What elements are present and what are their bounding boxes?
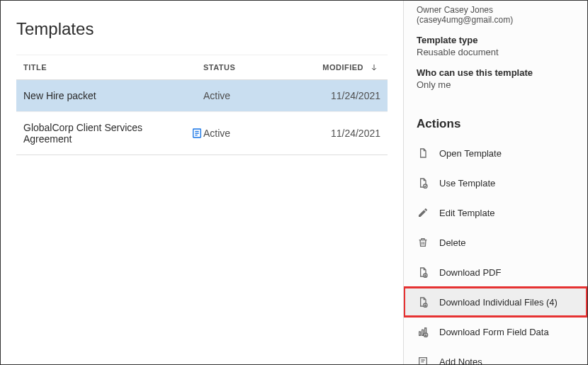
template-title: New Hire packet	[23, 90, 96, 101]
col-header-status[interactable]: STATUS	[203, 63, 303, 72]
action-delete[interactable]: Delete	[404, 228, 587, 257]
row-modified: 11/24/2021	[303, 90, 380, 101]
form-document-icon	[191, 127, 203, 140]
col-header-title[interactable]: TITLE	[23, 63, 203, 72]
action-use-template[interactable]: Use Template	[404, 168, 587, 198]
action-label: Delete	[439, 237, 466, 248]
table-header: TITLE STATUS MODIFIED	[16, 55, 388, 80]
action-open-template[interactable]: Open Template	[404, 138, 587, 168]
row-modified: 11/24/2021	[303, 128, 380, 139]
action-download-individual-files[interactable]: Download Individual Files (4)	[404, 287, 587, 317]
details-block: Owner Casey Jones (casey4umg@gmail.com) …	[404, 5, 587, 104]
file-action-icon	[417, 176, 429, 189]
download-file-icon	[417, 266, 429, 279]
action-label: Download Individual Files (4)	[439, 297, 558, 308]
trash-icon	[417, 236, 429, 249]
action-download-form-field-data[interactable]: Download Form Field Data	[404, 317, 587, 347]
table-row[interactable]: GlobalCorp Client Services Agreement Act…	[16, 112, 388, 155]
action-label: Open Template	[439, 148, 502, 159]
action-list: Open Template Use Template Edit Template…	[404, 138, 587, 364]
template-type-label: Template type	[417, 35, 575, 45]
row-title-cell: GlobalCorp Client Services Agreement	[23, 122, 203, 145]
action-label: Use Template	[439, 178, 495, 189]
svg-rect-8	[419, 358, 427, 364]
col-header-modified[interactable]: MODIFIED	[303, 61, 380, 74]
row-status: Active	[203, 90, 303, 101]
side-panel: Owner Casey Jones (casey4umg@gmail.com) …	[403, 1, 587, 364]
table-row[interactable]: New Hire packet Active 11/24/2021	[16, 80, 388, 112]
template-use-label: Who can use this template	[417, 67, 575, 78]
action-label: Download PDF	[439, 267, 501, 278]
action-label: Add Notes	[439, 356, 482, 365]
action-label: Edit Template	[439, 208, 495, 218]
pencil-icon	[417, 206, 429, 219]
template-use-value: Only me	[417, 79, 575, 90]
action-edit-template[interactable]: Edit Template	[404, 198, 587, 228]
chart-icon	[417, 325, 429, 338]
main-area: Templates TITLE STATUS MODIFIED New Hire…	[1, 1, 403, 364]
action-download-pdf[interactable]: Download PDF	[404, 257, 587, 287]
row-title-cell: New Hire packet	[23, 90, 203, 101]
template-type-value: Reusable document	[417, 47, 575, 57]
svg-rect-4	[419, 332, 421, 335]
row-status: Active	[203, 128, 303, 139]
action-add-notes[interactable]: Add Notes	[404, 347, 587, 364]
action-label: Download Form Field Data	[439, 327, 549, 337]
template-title: GlobalCorp Client Services Agreement	[23, 122, 186, 145]
owner-line: Owner Casey Jones (casey4umg@gmail.com)	[417, 5, 575, 25]
file-icon	[417, 147, 429, 159]
col-header-modified-label: MODIFIED	[322, 63, 363, 72]
actions-title: Actions	[404, 117, 587, 138]
note-icon	[417, 355, 429, 364]
page-title: Templates	[16, 19, 388, 39]
table-body: New Hire packet Active 11/24/2021 Global…	[16, 80, 388, 155]
app-frame: Templates TITLE STATUS MODIFIED New Hire…	[0, 0, 588, 365]
sort-descending-icon	[368, 61, 380, 74]
download-file-icon	[417, 296, 429, 308]
svg-rect-5	[422, 330, 424, 335]
